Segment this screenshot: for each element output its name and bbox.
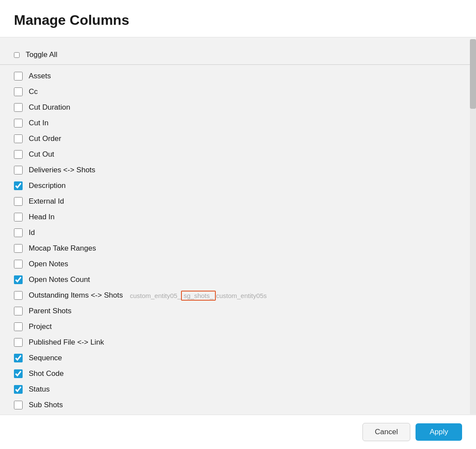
checkbox-row: Open Notes Count — [14, 272, 462, 288]
checkbox-row: Cut Out — [14, 147, 462, 162]
column-label-published-file-link[interactable]: Published File <-> Link — [29, 338, 104, 347]
column-label-head-in[interactable]: Head In — [29, 213, 55, 221]
column-label-parent-shots[interactable]: Parent Shots — [29, 307, 71, 315]
checkbox-row: Description — [14, 178, 462, 194]
column-checkbox-published-file-link[interactable] — [14, 338, 23, 347]
column-checkbox-cut-in[interactable] — [14, 119, 23, 127]
checkbox-row: Status — [14, 382, 462, 397]
column-checkbox-outstanding-items-shots[interactable] — [14, 291, 23, 300]
column-label-description[interactable]: Description — [29, 181, 66, 190]
column-checkbox-status[interactable] — [14, 385, 23, 394]
column-label-mocap-take-ranges[interactable]: Mocap Take Ranges — [29, 244, 96, 253]
dialog-header: Manage Columns — [0, 0, 476, 37]
column-checkbox-description[interactable] — [14, 181, 23, 190]
column-label-open-notes-count[interactable]: Open Notes Count — [29, 275, 90, 284]
checkbox-row: External Id — [14, 194, 462, 209]
checkbox-row: Outstanding Items <-> Shotscustom_entity… — [14, 288, 462, 303]
column-label-deliveries-shots[interactable]: Deliveries <-> Shots — [29, 166, 95, 174]
column-checkbox-cut-duration[interactable] — [14, 103, 23, 112]
checkbox-row: Open Notes — [14, 256, 462, 272]
hint-highlight: sg_shots_ — [181, 291, 216, 301]
hint-prefix: custom_entity05_ — [130, 292, 181, 299]
column-label-outstanding-items-shots[interactable]: Outstanding Items <-> Shots — [29, 291, 123, 300]
cancel-button[interactable]: Cancel — [362, 423, 411, 441]
column-checkbox-sub-shots[interactable] — [14, 401, 23, 409]
checkbox-row: Cut Order — [14, 131, 462, 147]
column-label-cc[interactable]: Cc — [29, 87, 38, 96]
column-label-cut-order[interactable]: Cut Order — [29, 134, 61, 143]
checkbox-row: Id — [14, 225, 462, 241]
column-checkbox-head-in[interactable] — [14, 213, 23, 221]
checkbox-list: AssetsCcCut DurationCut InCut OrderCut O… — [0, 68, 476, 415]
toggle-all-label[interactable]: Toggle All — [26, 50, 57, 59]
column-label-shot-code[interactable]: Shot Code — [29, 369, 64, 378]
column-checkbox-parent-shots[interactable] — [14, 307, 23, 315]
checkbox-row: Deliveries <-> Shots — [14, 162, 462, 178]
manage-columns-dialog: Manage Columns Toggle All AssetsCcCut Du… — [0, 0, 476, 449]
column-label-cut-in[interactable]: Cut In — [29, 119, 48, 127]
scrollbar-thumb — [470, 39, 476, 109]
column-label-cut-out[interactable]: Cut Out — [29, 150, 54, 159]
column-label-assets[interactable]: Assets — [29, 72, 51, 80]
toggle-all-row[interactable]: Toggle All — [0, 46, 476, 65]
checkbox-row: Parent Shots — [14, 303, 462, 319]
field-hint-outstanding-items-shots: custom_entity05_sg_shots_custom_entity05… — [130, 291, 267, 301]
checkbox-row: Shot Code — [14, 366, 462, 382]
column-checkbox-external-id[interactable] — [14, 197, 23, 206]
column-checkbox-deliveries-shots[interactable] — [14, 166, 23, 174]
column-label-id[interactable]: Id — [29, 228, 35, 237]
column-checkbox-open-notes-count[interactable] — [14, 275, 23, 284]
column-checkbox-cut-out[interactable] — [14, 150, 23, 159]
column-label-status[interactable]: Status — [29, 385, 50, 394]
checkbox-row: Project — [14, 319, 462, 335]
column-checkbox-cut-order[interactable] — [14, 134, 23, 143]
column-checkbox-assets[interactable] — [14, 72, 23, 80]
toggle-all-checkbox[interactable] — [14, 52, 20, 58]
column-checkbox-id[interactable] — [14, 228, 23, 237]
column-checkbox-open-notes[interactable] — [14, 260, 23, 268]
column-label-open-notes[interactable]: Open Notes — [29, 260, 68, 268]
column-label-project[interactable]: Project — [29, 322, 52, 331]
apply-button[interactable]: Apply — [416, 423, 462, 441]
scrollbar-track — [470, 39, 476, 414]
column-label-sequence[interactable]: Sequence — [29, 354, 62, 362]
checkbox-row: Mocap Take Ranges — [14, 241, 462, 256]
dialog-footer: Cancel Apply — [0, 415, 476, 449]
column-checkbox-sequence[interactable] — [14, 354, 23, 362]
dialog-content: Toggle All AssetsCcCut DurationCut InCut… — [0, 37, 476, 415]
column-checkbox-project[interactable] — [14, 322, 23, 331]
checkbox-row: Cc — [14, 84, 462, 100]
checkbox-row: Head In — [14, 209, 462, 225]
checkbox-row: Assets — [14, 68, 462, 84]
checkbox-row: Published File <-> Link — [14, 335, 462, 350]
column-checkbox-cc[interactable] — [14, 87, 23, 96]
checkbox-row: Sub Shots — [14, 397, 462, 413]
dialog-title: Manage Columns — [14, 12, 462, 28]
column-label-sub-shots[interactable]: Sub Shots — [29, 401, 63, 409]
hint-suffix: custom_entity05s — [216, 292, 267, 299]
checkbox-row: Sequence — [14, 350, 462, 366]
checkbox-row: Cut In — [14, 115, 462, 131]
column-label-external-id[interactable]: External Id — [29, 197, 64, 206]
checkbox-row: Cut Duration — [14, 100, 462, 115]
column-checkbox-mocap-take-ranges[interactable] — [14, 244, 23, 253]
column-checkbox-shot-code[interactable] — [14, 369, 23, 378]
column-label-cut-duration[interactable]: Cut Duration — [29, 103, 70, 112]
